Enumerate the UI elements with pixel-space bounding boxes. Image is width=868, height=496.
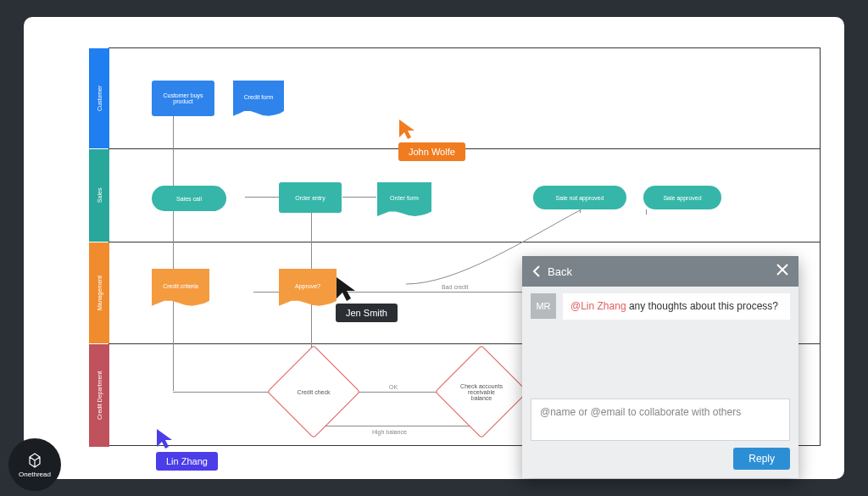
mention[interactable]: @Lin Zhang <box>570 300 626 312</box>
shape-check-accounts-label: Check accounts receivable balance <box>449 359 514 424</box>
lane-label-management: Management <box>89 242 109 343</box>
comment-body: any thoughts about this process? <box>626 300 778 312</box>
connector <box>253 292 279 293</box>
shape-order-entry[interactable]: Order entry <box>279 182 342 213</box>
lane-label-customer: Customer <box>89 48 109 148</box>
cursor-tag: Jen Smith <box>336 304 398 322</box>
shape-customer-buys[interactable]: Customer buys product <box>152 81 214 116</box>
reply-button[interactable]: Reply <box>733 448 790 470</box>
shape-credit-criteria[interactable]: Credit criteria <box>152 269 209 308</box>
shape-credit-form[interactable]: Credit form <box>233 81 284 118</box>
comment-row: MR @Lin Zhang any thoughts about this pr… <box>522 287 798 326</box>
shape-credit-check-label: Credit check <box>281 359 346 424</box>
connector <box>173 392 281 393</box>
cursor-tag: John Wolfe <box>398 142 465 161</box>
brand-logo: Onethread <box>8 438 61 491</box>
cursor-tag: Lin Zhang <box>156 452 218 471</box>
back-button[interactable]: Back <box>532 265 572 278</box>
panel-header: Back <box>522 256 798 287</box>
avatar: MR <box>531 293 556 319</box>
edge-high-balance: High balance <box>372 429 407 435</box>
cursor-john: John Wolfe <box>398 119 465 161</box>
connector <box>646 209 647 215</box>
close-icon <box>776 264 788 276</box>
lane-label-sales: Sales <box>89 149 109 242</box>
cursor-icon <box>156 428 175 450</box>
connector <box>173 103 174 391</box>
logo-icon <box>26 452 43 469</box>
shape-approve[interactable]: Approve? <box>279 269 337 308</box>
connector <box>342 197 376 198</box>
canvas: Customer Sales Management Credit Departm… <box>24 17 844 479</box>
shape-sale-approved[interactable]: Sale approved <box>643 186 721 209</box>
comment-text: @Lin Zhang any thoughts about this proce… <box>563 293 790 320</box>
cursor-jen: Jen Smith <box>336 276 398 322</box>
reply-input[interactable]: @name or @email to collaborate with othe… <box>531 398 790 441</box>
comment-panel[interactable]: Back MR @Lin Zhang any thoughts about th… <box>522 256 798 478</box>
cursor-icon <box>336 276 358 302</box>
back-label: Back <box>548 265 572 278</box>
connector <box>345 392 448 393</box>
shape-sales-call[interactable]: Sales call <box>152 186 226 211</box>
cursor-icon <box>398 119 417 141</box>
cursor-lin: Lin Zhang <box>156 428 218 471</box>
chevron-left-icon <box>532 265 541 277</box>
reply-box: @name or @email to collaborate with othe… <box>531 398 790 470</box>
logo-text: Onethread <box>19 471 51 478</box>
close-button[interactable] <box>776 264 788 279</box>
edge-ok1: OK <box>389 384 398 390</box>
connector <box>245 197 279 198</box>
lane-label-credit: Credit Department <box>89 344 109 447</box>
connector <box>311 426 481 426</box>
